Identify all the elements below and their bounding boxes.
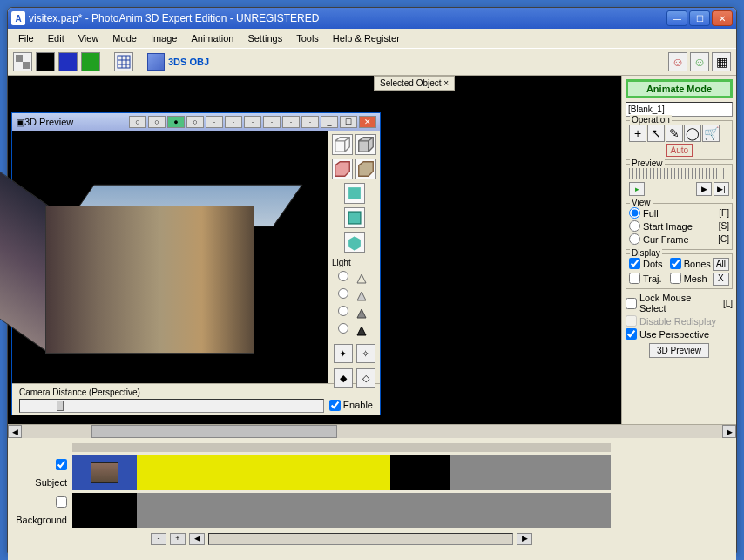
maximize-button[interactable]: ☐ xyxy=(689,10,710,26)
preview-maximize[interactable]: ☐ xyxy=(340,116,357,128)
view-full-radio[interactable] xyxy=(629,207,640,219)
timeline-ruler[interactable] xyxy=(72,443,611,452)
view-start-row[interactable]: Start Image[S] xyxy=(629,220,729,232)
preview-slider[interactable] xyxy=(629,168,729,179)
lock-mouse-check[interactable] xyxy=(626,298,637,309)
swatch-green[interactable] xyxy=(81,52,100,71)
shape-teal-1-icon[interactable] xyxy=(344,183,365,204)
menu-settings[interactable]: Settings xyxy=(240,30,289,46)
tl-btn-left[interactable]: ◀ xyxy=(189,533,205,545)
camera-distance-slider[interactable] xyxy=(19,399,324,413)
display-x-button[interactable]: X xyxy=(713,273,729,286)
display-bones-row[interactable]: Bones xyxy=(670,258,711,269)
auto-button[interactable]: Auto xyxy=(666,144,693,157)
scroll-track[interactable] xyxy=(22,425,722,438)
preview-btn-3[interactable]: ○ xyxy=(186,116,204,128)
subject-track[interactable] xyxy=(72,455,611,490)
menu-view[interactable]: View xyxy=(71,30,106,46)
menu-image[interactable]: Image xyxy=(144,30,185,46)
subject-checkbox[interactable] xyxy=(56,459,67,470)
preview-btn-4[interactable]: · xyxy=(206,116,223,128)
display-traj-row[interactable]: Traj. xyxy=(629,273,668,284)
tl-btn-plus[interactable]: + xyxy=(170,533,186,545)
horizontal-scrollbar[interactable]: ◀ ▶ xyxy=(8,424,736,438)
preview-btn-7[interactable]: · xyxy=(263,116,281,128)
minimize-button[interactable]: — xyxy=(666,10,687,26)
light-radio-4[interactable] xyxy=(338,323,348,334)
swatch-black[interactable] xyxy=(36,52,55,71)
view-cur-radio[interactable] xyxy=(629,233,640,245)
preview-btn-play[interactable]: ● xyxy=(167,116,185,128)
display-mesh-row[interactable]: Mesh xyxy=(670,273,711,284)
preview-close[interactable]: ✕ xyxy=(359,116,376,128)
swatch-blue[interactable] xyxy=(58,52,78,71)
view-cur-row[interactable]: Cur Frame[C] xyxy=(629,233,729,245)
3ds-obj-button[interactable]: 3DS OBJ xyxy=(147,53,209,71)
display-dots-check[interactable] xyxy=(629,258,640,269)
preview-btn-6[interactable]: · xyxy=(244,116,261,128)
bg-seg-black[interactable] xyxy=(72,493,137,528)
subject-seg-yellow[interactable] xyxy=(137,455,389,490)
preview-canvas[interactable] xyxy=(12,131,328,383)
background-checkbox[interactable] xyxy=(56,496,67,508)
close-button[interactable]: ✕ xyxy=(712,10,733,26)
use-perspective-row[interactable]: Use Perspective xyxy=(626,328,733,340)
tl-scroll[interactable] xyxy=(208,533,513,545)
animate-mode-button[interactable]: Animate Mode xyxy=(626,79,733,98)
menu-animation[interactable]: Animation xyxy=(184,30,240,46)
tool-checker-icon[interactable] xyxy=(13,52,32,71)
light-tool-a-icon[interactable]: ✦ xyxy=(334,344,353,363)
shape-cube-wire-icon[interactable] xyxy=(332,134,353,155)
scroll-right-button[interactable]: ▶ xyxy=(722,425,736,438)
preview-btn-1[interactable]: ○ xyxy=(129,116,146,128)
preview-marker-icon[interactable]: ▸ xyxy=(629,182,645,196)
shape-cube-red-icon[interactable] xyxy=(332,159,353,179)
shape-teal-2-icon[interactable] xyxy=(344,207,365,228)
display-traj-check[interactable] xyxy=(629,273,640,284)
preview-end-button[interactable]: ▶| xyxy=(714,182,729,196)
op-edit-icon[interactable]: ✎ xyxy=(666,125,683,142)
scroll-thumb[interactable] xyxy=(91,425,336,438)
light-tool-c-icon[interactable]: ◆ xyxy=(334,368,353,388)
subject-seg-gray[interactable] xyxy=(450,455,611,490)
menu-tools[interactable]: Tools xyxy=(289,30,326,46)
op-add-icon[interactable]: + xyxy=(629,125,646,142)
light-radio-1[interactable] xyxy=(338,271,348,281)
main-canvas[interactable] xyxy=(374,76,618,424)
tool-user1-icon[interactable]: ☺ xyxy=(668,52,687,71)
grid-tool-icon[interactable] xyxy=(114,52,133,71)
preview-btn-5[interactable]: · xyxy=(225,116,242,128)
preview-play-button[interactable]: ▶ xyxy=(696,182,712,196)
op-pointer-icon[interactable]: ↖ xyxy=(647,125,665,142)
enable-checkbox[interactable] xyxy=(329,400,341,411)
scroll-left-button[interactable]: ◀ xyxy=(8,425,22,438)
tool-user2-icon[interactable]: ☺ xyxy=(690,52,709,71)
preview-btn-2[interactable]: ○ xyxy=(148,116,166,128)
preview-titlebar[interactable]: ▣ 3D Preview ○ ○ ● ○ · · · · · · _ ☐ ✕ xyxy=(12,113,380,131)
menu-help[interactable]: Help & Register xyxy=(326,30,407,46)
menu-edit[interactable]: Edit xyxy=(41,30,71,46)
3d-preview-button[interactable]: 3D Preview xyxy=(649,343,709,358)
use-perspective-check[interactable] xyxy=(626,328,637,340)
light-radio-2[interactable] xyxy=(338,288,348,299)
tl-btn-minus[interactable]: - xyxy=(151,533,166,545)
display-all-button[interactable]: All xyxy=(713,258,729,271)
preview-btn-8[interactable]: · xyxy=(282,116,300,128)
view-full-row[interactable]: Full[F] xyxy=(629,207,729,219)
shape-cube-tex-icon[interactable] xyxy=(355,159,376,179)
preview-minimize[interactable]: _ xyxy=(321,116,338,128)
shape-cube-solid-icon[interactable] xyxy=(355,134,376,155)
tool-panel-icon[interactable]: ▦ xyxy=(712,52,731,71)
menu-file[interactable]: File xyxy=(11,30,41,46)
view-start-radio[interactable] xyxy=(629,220,640,232)
light-tool-d-icon[interactable]: ◇ xyxy=(356,368,375,388)
subject-seg-thumb[interactable] xyxy=(72,455,137,490)
background-track[interactable] xyxy=(72,493,611,528)
display-dots-row[interactable]: Dots xyxy=(629,258,668,269)
preview-btn-9[interactable]: · xyxy=(301,116,319,128)
bg-seg-gray[interactable] xyxy=(137,493,611,528)
subject-seg-black[interactable] xyxy=(390,455,450,490)
light-radio-3[interactable] xyxy=(338,306,348,316)
display-bones-check[interactable] xyxy=(670,258,681,269)
light-tool-b-icon[interactable]: ✧ xyxy=(356,344,375,363)
